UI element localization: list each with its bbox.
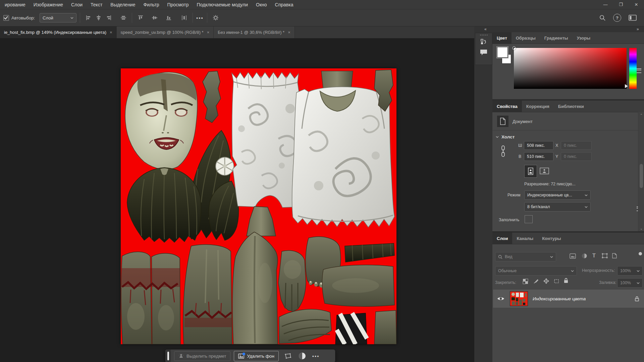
tab-doc-active[interactable]: ie_host_fix.bmp @ 149% (Индексированные … [0,26,117,38]
panel-menu-icon[interactable] [637,68,641,73]
distribute-bottom-icon[interactable] [164,13,174,23]
distribute-top-icon[interactable] [136,13,146,23]
properties-panel: Свойства Коррекция Библиотеки Документ Х… [492,101,644,231]
remove-background-button[interactable]: Удалить фон [234,351,278,361]
height-label: В [519,154,521,159]
collapse-panels-icon[interactable]: « [484,27,487,32]
menu-plugins[interactable]: Подключаемые модули [193,2,252,7]
restore-button[interactable]: ❐ [613,0,629,9]
filter-smart-object-icon[interactable] [612,253,617,258]
tab-properties[interactable]: Свойства [492,101,522,112]
landscape-orientation-button[interactable] [539,167,550,175]
canvas-height-field[interactable]: 510 пикс. [524,152,553,161]
hue-marker[interactable] [625,84,628,88]
properties-scrollbar[interactable]: ⌃ ⌄ [638,112,644,231]
menu-view[interactable]: Просмотр [163,2,193,7]
autoselect-checkbox[interactable] [3,15,9,21]
lasso-icon[interactable] [284,353,291,359]
color-mode-dropdown[interactable]: Индексированные цв... [524,190,591,200]
lock-transparency-icon[interactable] [523,279,528,284]
link-icon[interactable] [500,145,506,157]
texture-flower [216,157,234,175]
menu-window[interactable]: Окно [252,2,271,7]
select-subject-button[interactable]: Выделить предмет [174,351,230,361]
menu-select[interactable]: Выделение [106,2,139,7]
lock-position-icon[interactable] [543,278,549,284]
x-label: X [555,143,558,148]
lock-artboard-icon[interactable] [553,279,559,284]
tab-color[interactable]: Цвет [492,32,512,44]
chevron-down-icon [637,282,640,285]
filter-frame-icon[interactable] [602,253,608,258]
bit-depth-dropdown[interactable]: 8 бит/канал [524,202,591,212]
lock-all-icon[interactable] [564,278,569,284]
tab-channels[interactable]: Каналы [512,233,538,244]
gear-icon[interactable] [211,13,221,23]
tab-layers[interactable]: Слои [492,233,512,244]
close-button[interactable]: × [629,0,644,9]
color-spectrum-field[interactable] [514,48,627,89]
dock-header: « » [474,26,644,33]
distribute-vcenter-icon[interactable] [150,13,160,23]
menu-filter[interactable]: Фильтр [139,2,163,7]
tab-doc-2[interactable]: speed_zombie_uv.bmp @ 100% (RGB/8) *× [117,26,214,38]
layer-thumbnail[interactable] [510,291,528,306]
autoselect-target-dropdown[interactable]: Слой [40,13,76,22]
layer-filter-dropdown[interactable]: Вид [495,252,556,261]
document-canvas[interactable] [121,68,396,344]
lock-paint-icon[interactable] [533,278,539,284]
layer-lock-icon [635,296,639,302]
close-icon[interactable]: × [207,30,210,35]
autoselect-label: Автовыбор: [11,15,35,20]
menu-help[interactable]: Справка [271,2,298,7]
workspace-icon[interactable] [629,14,637,21]
foreground-color-swatch[interactable] [497,47,508,58]
tab-paths[interactable]: Контуры [538,233,566,244]
filter-adjustment-icon[interactable] [582,253,587,259]
distribute-hcenter-icon[interactable] [179,13,189,23]
menu-image[interactable]: Изображение [30,2,67,7]
opacity-field: 100% [617,266,643,276]
chevron-down-icon [496,135,499,138]
fill-checkbox[interactable] [525,215,533,223]
minimize-button[interactable]: — [598,0,613,9]
taskbar-more-button[interactable]: ••• [312,353,320,359]
chevron-down-icon [585,205,588,208]
texture-corner-piece [374,310,396,344]
menu-layers[interactable]: Слои [67,2,87,7]
search-icon[interactable] [599,14,606,21]
tab-doc-3[interactable]: Без имени-1 @ 30,6% (RGB/8#) *× [214,26,295,38]
hue-strip[interactable] [629,48,637,89]
panel-icon-strip [474,32,493,362]
taskbar-drag-handle[interactable] [165,350,171,362]
tab-libraries[interactable]: Библиотеки [554,101,588,112]
eye-icon[interactable] [497,296,504,301]
align-hcenter-icon[interactable] [94,13,104,23]
filter-toggle[interactable] [639,252,642,255]
history-icon[interactable] [475,38,492,46]
tab-swatches[interactable]: Образцы [512,32,540,44]
expand-panels-icon[interactable]: » [637,27,639,32]
canvas-section-header[interactable]: Холст [496,134,644,139]
layer-row[interactable]: Индексированные цвета [493,290,644,308]
tab-adjustments[interactable]: Коррекция [522,101,554,112]
help-icon[interactable]: ? [613,14,621,22]
align-vcenter-icon[interactable] [118,13,128,23]
portrait-orientation-button[interactable] [524,165,537,178]
comment-icon[interactable] [475,49,492,56]
tab-patterns[interactable]: Узоры [573,32,595,44]
more-options-button[interactable]: ••• [196,15,204,21]
menu-edit[interactable]: ирование [1,2,30,7]
align-left-icon[interactable] [84,13,94,23]
contrast-icon[interactable] [298,352,306,360]
tab-gradients[interactable]: Градиенты [540,32,573,44]
align-right-icon[interactable] [104,13,114,23]
close-icon[interactable]: × [288,30,290,35]
layer-name[interactable]: Индексированные цвета [533,296,586,301]
menu-type[interactable]: Текст [87,2,106,7]
filter-type-icon[interactable]: T [592,253,596,259]
canvas-width-field[interactable]: 508 пикс. [524,141,553,150]
close-icon[interactable]: × [110,30,112,35]
spectrum-marker[interactable] [512,46,516,50]
filter-image-icon[interactable] [570,253,576,259]
